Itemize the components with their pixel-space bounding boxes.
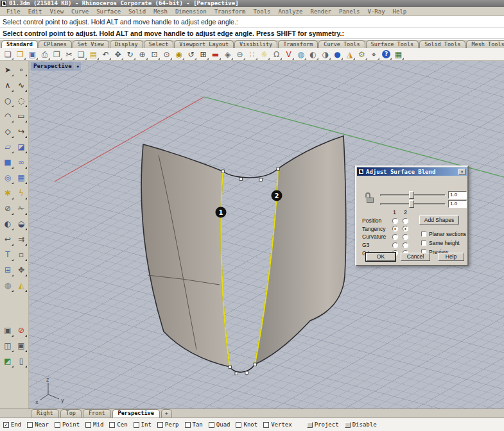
save-icon[interactable]: ▣ [26,49,39,60]
viewport-tab-perspective[interactable]: Perspective [112,409,160,418]
zoom-dynamic-icon[interactable]: ⊙ [161,49,173,60]
osnap-near[interactable]: Near [27,421,49,428]
continuity-radio-1[interactable]: • [392,226,398,232]
command-prompt[interactable]: Select control point to adjust. Hold ALT… [0,28,504,39]
copy-file-icon[interactable]: ❐ [51,49,63,60]
curve-network-icon[interactable]: ∷ [246,49,258,60]
color-wheel-icon[interactable]: ◍ [295,49,307,60]
cplane-icon[interactable]: ◈ [222,49,234,60]
tab-display[interactable]: Display [110,40,143,48]
menu-vray[interactable]: V-Ray [364,7,389,16]
arc-icon[interactable]: ◠ [2,111,13,123]
text-icon[interactable]: T [2,249,13,261]
tab-standard[interactable]: Standard [1,40,38,48]
array-icon[interactable]: ⊞ [2,265,13,276]
continuity-radio-2[interactable]: • [403,226,408,232]
hide-object-icon[interactable]: ⊘ [15,325,27,337]
close-icon[interactable]: ✕ [458,169,465,175]
show-object-icon[interactable]: ▣ [2,325,13,337]
explode-icon[interactable]: ✱ [2,188,13,199]
shaded-mode-icon[interactable]: ◐ [307,49,319,60]
surface-grid-icon[interactable]: ▦ [15,173,27,184]
blend-value-input-1[interactable]: 1.0 [448,191,467,199]
patch-surface-icon[interactable]: ◪ [15,142,27,153]
menu-edit[interactable]: Edit [24,7,46,16]
continuity-radio-2[interactable] [403,242,408,248]
control-point-handle[interactable] [254,363,257,366]
print-icon[interactable]: ⎙ [39,49,51,60]
polygon-icon[interactable]: ◇ [2,126,13,138]
menu-help[interactable]: Help [389,7,411,16]
cylinder-icon[interactable]: ◍ [2,280,13,292]
tab-transform[interactable]: Transform [278,40,318,48]
move-handle-icon[interactable]: ✥ [15,265,27,276]
point-icon[interactable]: ∘ [15,65,27,76]
menu-tools[interactable]: Tools [249,7,274,16]
environment-icon[interactable]: ▦ [392,49,404,60]
gear-icon[interactable]: ⚙ [356,49,368,60]
control-point-handle[interactable] [222,170,225,173]
osnap-perp[interactable]: Perp [157,421,179,428]
osnap-vertex[interactable]: Vertex [263,421,292,428]
tab-surface-tools[interactable]: Surface Tools [366,40,419,48]
edge-marker-2[interactable]: 2 [272,190,282,201]
rendered-mode-icon[interactable]: ● [331,49,343,60]
viewport-title-dropdown[interactable]: Perspective ▼ [31,62,81,71]
cut-icon[interactable]: ✂ [63,49,75,60]
help-icon[interactable]: ? [380,49,392,60]
pan-icon[interactable]: ✥ [112,49,124,60]
menu-curve[interactable]: Curve [67,7,92,16]
boolean-difference-icon[interactable]: ◒ [15,219,27,230]
tab-visibility[interactable]: Visibility [234,40,277,48]
osnap-point[interactable]: Point [55,421,80,428]
undo-icon[interactable]: ↶ [100,49,112,60]
copy-icon[interactable]: ❑ [75,49,87,60]
control-point-handle[interactable] [277,167,280,171]
split-icon[interactable]: ⊘ [2,203,13,215]
loft-surface-icon[interactable]: ▱ [2,142,13,153]
menu-view[interactable]: View [46,7,67,16]
rectangle-icon[interactable]: ▭ [15,111,27,123]
trim-icon[interactable]: ✁ [15,203,27,215]
polyline-icon[interactable]: ∧ [2,80,13,92]
open-file-icon[interactable]: ❒ [14,49,26,60]
vray-icon[interactable]: V [282,49,295,60]
osnap-project-button[interactable]: Project [307,421,339,428]
right-surface-panel[interactable] [255,136,346,364]
lightning-bolt-icon[interactable]: ϟ [15,188,27,199]
flag-icon[interactable]: ◮ [343,49,356,60]
control-point-handle[interactable] [239,178,243,181]
control-points-icon[interactable]: ▫ [15,249,27,261]
tab-select[interactable]: Select [144,40,174,48]
ok-button[interactable]: OK [366,253,395,261]
four-viewports-icon[interactable]: ⊞ [197,49,209,60]
boolean-union-icon[interactable]: ◐ [2,219,13,230]
zoom-icon[interactable]: ⊕ [136,49,148,60]
blend-curve-icon[interactable]: ↪ [15,126,27,138]
offset-icon[interactable]: ⇉ [15,234,27,246]
continuity-radio-2[interactable] [403,234,408,240]
control-point-curve-icon[interactable]: ∿ [15,80,27,92]
osnap-end[interactable]: ✓ End [3,421,21,428]
menu-surface[interactable]: Surface [92,7,125,16]
control-point-handle[interactable] [229,366,232,369]
continuity-radio-1[interactable] [392,234,398,240]
add-viewport-tab-button[interactable]: + [161,409,172,418]
tab-solid-tools[interactable]: Solid Tools [419,40,465,48]
continuity-radio-2[interactable] [403,218,408,224]
osnap-quad[interactable]: Quad [209,421,230,428]
blend-slider-thumb-2[interactable] [409,200,414,208]
viewport-tab-right[interactable]: Right [31,409,59,418]
menu-solid[interactable]: Solid [125,7,150,16]
blend-value-input-2[interactable]: 1.0 [448,200,467,208]
osnap-cen[interactable]: Cen [109,421,127,428]
blend-slider-thumb-1[interactable] [409,191,414,199]
continuity-radio-1[interactable] [392,242,398,248]
hide-circle-icon[interactable]: ⊖ [234,49,246,60]
control-point-handle[interactable] [259,178,263,182]
help-button[interactable]: Help [438,253,464,261]
planar-sections-checkbox[interactable]: Planar sections [421,231,466,237]
viewport-tab-front[interactable]: Front [83,409,111,418]
extract-curve-icon[interactable]: ↩ [2,234,13,246]
rotate-view-icon[interactable]: ↻ [124,49,136,60]
